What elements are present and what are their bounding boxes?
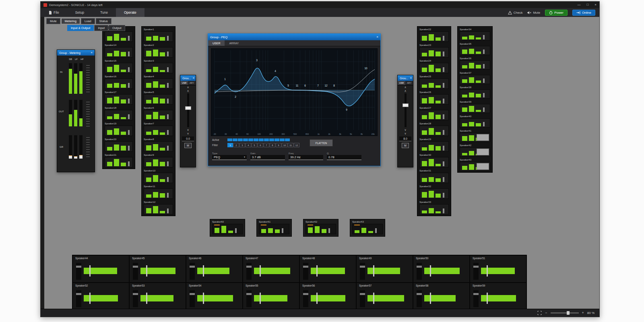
zoom-slider-knob[interactable] <box>567 311 570 315</box>
speaker-grid-cell[interactable]: Speaker53 <box>129 283 186 309</box>
fader-close-icon[interactable]: × <box>410 75 412 81</box>
fader-handle[interactable] <box>167 99 169 103</box>
speaker-meter-item[interactable]: Speaker5 <box>142 90 175 105</box>
tab-ary[interactable]: ARY <box>405 81 413 85</box>
tab-ary[interactable]: ARY <box>188 81 196 85</box>
menu-item-tune[interactable]: Tune <box>92 8 116 17</box>
eq-filter-point[interactable]: 7 <box>317 84 319 87</box>
filter-button-4[interactable]: 4 <box>246 143 251 147</box>
online-button[interactable]: Online <box>572 10 595 16</box>
eq-filter-point[interactable]: 12 <box>324 84 327 87</box>
speaker-grid-cell[interactable]: Speaker51 <box>470 255 526 283</box>
fader-mute-button[interactable]: M <box>184 143 192 148</box>
field-value[interactable]: 39.2 Hz <box>289 155 323 160</box>
eq-filter-point[interactable]: 9 <box>346 108 347 111</box>
speaker-grid-cell[interactable]: Speaker50 <box>413 255 470 283</box>
filter-button-6[interactable]: 6 <box>258 143 263 147</box>
fader-handle[interactable] <box>316 293 318 304</box>
mini-speaker-panel[interactable]: Speaker62 <box>303 219 339 237</box>
fader-handle[interactable] <box>128 52 130 56</box>
cell-fader-handle[interactable] <box>473 266 479 268</box>
speaker-meter-item[interactable]: Speaker40 <box>458 114 492 128</box>
cell-fader-handle[interactable] <box>133 266 138 268</box>
speaker-meter-item[interactable]: Speaker12 <box>142 200 175 215</box>
speaker-meter-item[interactable]: Speaker22 <box>417 27 451 43</box>
speaker-meter-item[interactable]: Speaker1 <box>142 27 175 43</box>
speaker-meter-item[interactable]: Speaker14 <box>103 43 135 58</box>
flatten-button[interactable]: FLATTEN <box>310 139 333 147</box>
fader-handle[interactable] <box>167 177 169 182</box>
toolbar-button-load[interactable]: Load <box>81 18 95 24</box>
speaker-grid-cell[interactable]: Speaker46 <box>186 255 243 283</box>
speaker-meter-item[interactable]: Speaker6 <box>142 105 175 121</box>
fader-handle[interactable] <box>483 122 485 126</box>
fader-handle[interactable] <box>373 293 374 304</box>
eq-filter-point[interactable]: 3 <box>256 59 258 62</box>
speaker-meter-item[interactable]: Speaker16 <box>103 74 135 90</box>
fader-handle[interactable] <box>443 161 444 166</box>
filter-button-2[interactable]: 2 <box>233 143 239 147</box>
fader-handle[interactable] <box>128 161 130 166</box>
filter-button-11[interactable]: 11 <box>288 143 293 147</box>
eq-filter-point[interactable]: 6 <box>304 84 306 87</box>
cell-fader-handle[interactable] <box>246 266 252 268</box>
submenu-item[interactable]: Input & Output <box>67 25 94 31</box>
speaker-meter-item[interactable]: Speaker42 <box>458 143 492 157</box>
fader-handle[interactable] <box>167 130 169 135</box>
fader-handle[interactable] <box>443 208 444 213</box>
tab-usr[interactable]: USR <box>398 81 405 85</box>
speaker-meter-item[interactable]: Speaker18 <box>103 105 135 121</box>
cell-fader-handle[interactable] <box>360 266 365 268</box>
menu-item-operate[interactable]: Operate <box>116 8 144 17</box>
speaker-meter-item[interactable]: Speaker23 <box>417 43 451 58</box>
fader-handle[interactable] <box>430 293 431 304</box>
fader-value[interactable]: 8.0 <box>399 136 411 141</box>
cell-fader-handle[interactable] <box>360 293 365 295</box>
filter-button-5[interactable]: 5 <box>252 143 257 147</box>
speaker-meter-item[interactable]: Speaker8 <box>142 137 175 153</box>
filter-button-7[interactable]: 7 <box>264 143 269 147</box>
fader-handle[interactable] <box>128 83 130 88</box>
eq-graph[interactable]: 203040601002003005008001k2k3k5k8k20k 123… <box>211 48 378 136</box>
speaker-meter-item[interactable]: Speaker32 <box>417 184 451 200</box>
submenu-item[interactable]: Output <box>109 25 125 31</box>
tab-array[interactable]: ARRAY <box>225 40 243 46</box>
speaker-grid-cell[interactable]: Speaker52 <box>72 283 129 309</box>
speaker-meter-item[interactable]: Speaker31 <box>417 168 451 184</box>
fader-handle[interactable] <box>146 265 147 277</box>
mini-speaker-panel[interactable]: Speaker61 <box>256 219 292 237</box>
cell-fader-handle[interactable] <box>303 293 308 295</box>
fader-handle[interactable] <box>443 177 444 182</box>
nudge-up-icon[interactable]: ∧ <box>398 85 413 89</box>
field-value[interactable]: PEQ▾ <box>212 155 247 160</box>
speaker-meter-item[interactable]: Speaker35 <box>458 41 492 56</box>
fader-handle[interactable] <box>167 208 169 213</box>
fader-handle[interactable] <box>282 228 283 233</box>
speaker-grid-cell[interactable]: Speaker48 <box>299 255 356 283</box>
fader-knob[interactable] <box>402 103 409 107</box>
fader-handle[interactable] <box>128 99 130 103</box>
filter-button-1[interactable]: 1 <box>227 143 233 147</box>
speaker-meter-item[interactable]: Speaker20 <box>103 137 135 153</box>
tab-user[interactable]: USER <box>208 40 225 46</box>
eq-filter-point[interactable]: 5 <box>287 84 289 87</box>
fader-handle[interactable] <box>128 67 130 72</box>
cell-fader-handle[interactable] <box>190 266 195 268</box>
speaker-meter-item[interactable]: Speaker3 <box>142 58 175 74</box>
mini-speaker-panel[interactable]: Speaker60 <box>210 219 245 237</box>
maximize-button[interactable]: □ <box>586 2 588 8</box>
fader-handle[interactable] <box>260 265 261 277</box>
fader-handle[interactable] <box>167 52 169 56</box>
peq-titlebar[interactable]: Group - PEQ × <box>208 34 380 40</box>
fader-handle[interactable] <box>260 293 261 304</box>
fader-handle[interactable] <box>89 293 91 304</box>
fader-handle[interactable] <box>443 114 444 119</box>
peq-close-icon[interactable]: × <box>376 34 378 40</box>
speaker-meter-item[interactable]: Speaker34 <box>458 27 492 41</box>
speaker-meter-item[interactable]: Speaker41 <box>458 128 492 143</box>
filter-button-9[interactable]: 9 <box>276 143 281 147</box>
minimize-button[interactable]: — <box>577 2 580 8</box>
zoom-out-button[interactable]: − <box>545 311 547 315</box>
cell-fader-handle[interactable] <box>76 293 81 295</box>
speaker-meter-item[interactable]: Speaker15 <box>103 58 135 74</box>
